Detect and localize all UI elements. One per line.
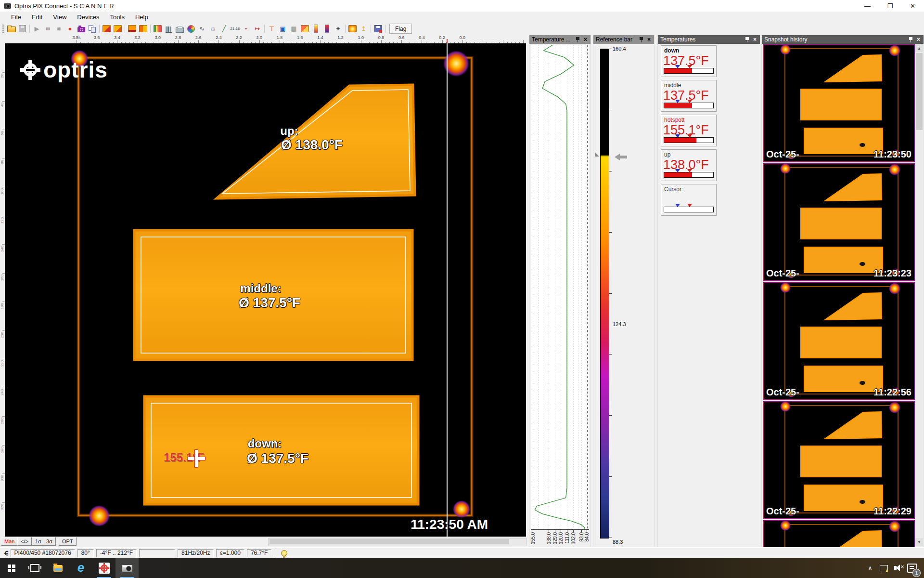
close-panel-icon[interactable]: × — [752, 36, 757, 43]
ruler-cursor-marker — [447, 39, 448, 43]
slope-icon[interactable]: ╱ — [218, 24, 230, 34]
profile-cursor-line[interactable] — [447, 43, 448, 537]
horizontal-scrollbar[interactable] — [268, 538, 527, 546]
expand-view-icon[interactable]: ▣ — [277, 24, 288, 34]
save-report-icon[interactable] — [372, 24, 384, 34]
snapshot-scrollbar[interactable]: ▲ ▼ — [915, 44, 923, 546]
goto-arrow-icon[interactable]: ↦ — [252, 24, 263, 34]
mode-button-3[interactable]: 3σ — [43, 537, 56, 546]
region-middle-value: Ø 137.5°F — [239, 295, 300, 311]
palette-icon[interactable] — [152, 24, 163, 34]
reference-arrow-icon[interactable] — [615, 154, 627, 160]
display-sub-icon[interactable] — [112, 24, 123, 34]
close-panel-icon[interactable]: × — [646, 36, 652, 43]
scanner-window-button[interactable] — [116, 558, 139, 578]
task-view-button[interactable] — [23, 558, 46, 578]
profile-axis-ticks — [531, 529, 589, 532]
device-setup-icon[interactable] — [174, 24, 185, 34]
view-split-icon[interactable] — [138, 24, 149, 34]
reference-min-label: 88.3 — [613, 539, 623, 545]
snapshot-panel-header: Snapshot history × — [762, 35, 924, 44]
temp-card-bar — [664, 68, 714, 74]
flame-icon[interactable] — [347, 24, 358, 34]
device-field-6: 76.7°F — [247, 549, 271, 557]
flag-button[interactable]: Flag — [389, 24, 412, 34]
colorbar-vertical-icon[interactable] — [310, 24, 321, 34]
start-button[interactable] — [0, 558, 23, 578]
tray-chevron-icon[interactable]: ∧ — [863, 558, 877, 578]
device-field-5: ε=1.000 — [216, 549, 244, 557]
pin-icon[interactable] — [909, 37, 913, 42]
export-image-icon[interactable] — [299, 24, 310, 34]
record-icon[interactable]: ● — [64, 24, 76, 34]
menu-devices[interactable]: Devices — [72, 13, 104, 22]
maximize-button[interactable]: ❐ — [879, 0, 901, 12]
toolbar-drag-handle[interactable] — [2, 25, 4, 33]
snapshot-time: 11:22:29 — [873, 506, 911, 517]
pause-icon[interactable]: ▮▮ — [42, 24, 53, 34]
profile-curve-icon[interactable]: ∿ — [196, 24, 207, 34]
pin-icon[interactable] — [639, 37, 643, 42]
menu-help[interactable]: Help — [130, 13, 154, 22]
hotspot-crosshair-icon[interactable] — [188, 450, 205, 467]
thermal-image-canvas[interactable]: optris up: Ø 138.0°F middle: Ø 137.5°F d… — [5, 43, 526, 537]
title-bar: Optris PIX Connect - S C A N N E R — ❐ ✕ — [0, 0, 924, 12]
snapshot-icon[interactable] — [76, 24, 87, 34]
frames-icon[interactable]: ▦ — [288, 24, 299, 34]
reference-range-marker[interactable] — [595, 152, 599, 157]
digits-display-icon[interactable]: 21:18 — [230, 24, 241, 34]
blue-marker-icon — [675, 134, 680, 138]
view-thermal-icon[interactable] — [127, 24, 138, 34]
minimize-button[interactable]: — — [856, 0, 879, 12]
snapshot-thumbnail[interactable]: Oct-25-11:22:56 — [763, 283, 914, 400]
pin-icon[interactable] — [576, 37, 580, 42]
snapshot-time: 11:23:50 — [873, 149, 911, 160]
mode-button-[interactable]: </> — [17, 537, 32, 546]
snapshot-thumbnail[interactable]: Oct-25-11:23:23 — [763, 164, 914, 281]
device-field-2: -4°F .. 212°F — [96, 549, 137, 557]
lamp-indicator-icon[interactable] — [281, 550, 287, 556]
mode-button-opt[interactable]: OPT — [59, 537, 77, 546]
close-button[interactable]: ✕ — [901, 0, 924, 12]
display-main-icon[interactable] — [101, 24, 112, 34]
snapshot-thumbnail[interactable]: Oct-25-11:23:50 — [763, 45, 914, 162]
horizontal-scrollbar-thumb[interactable] — [270, 539, 509, 544]
snapshot-thumbnail[interactable] — [763, 521, 914, 551]
histogram-icon[interactable] — [163, 24, 174, 34]
braces-icon[interactable]: {|} — [207, 24, 218, 34]
snapshot-scrollbar-thumb[interactable] — [916, 53, 923, 130]
pin-icon[interactable] — [745, 37, 749, 42]
action-center-icon[interactable]: 1 — [904, 558, 920, 578]
vertical-ruler: 2040608010012014016018020022024026028030… — [0, 43, 5, 537]
reference-bar-panel: Reference bar × 160.4 124.3 88.3 — [593, 35, 654, 547]
reference-panel-header: Reference bar × — [593, 35, 654, 44]
open-icon[interactable] — [6, 24, 17, 34]
close-panel-icon[interactable]: × — [583, 36, 588, 43]
colorbar-vertical2-icon[interactable] — [321, 24, 333, 34]
colorbar-mini-icon[interactable]: ▪▪ — [241, 24, 252, 34]
optris-pix-connect-button[interactable] — [92, 558, 116, 578]
scale-arrow-icon[interactable]: ↥ — [358, 24, 369, 34]
region-down-label: down: — [248, 437, 282, 450]
save-icon[interactable] — [17, 24, 28, 34]
network-status-icon[interactable] — [877, 558, 890, 578]
tools-extra-icon[interactable]: ✦ — [333, 24, 344, 34]
color-wheel-icon[interactable] — [185, 24, 196, 34]
volume-muted-icon[interactable] — [890, 558, 904, 578]
close-panel-icon[interactable]: × — [916, 36, 921, 43]
internet-explorer-button[interactable]: e — [69, 558, 92, 578]
scroll-up-icon[interactable]: ▲ — [915, 44, 923, 52]
snapshot-thumbnail[interactable]: Oct-25-11:22:29 — [763, 402, 914, 519]
reference-color-bar[interactable] — [600, 49, 609, 539]
menu-file[interactable]: File — [6, 13, 26, 22]
menu-edit[interactable]: Edit — [26, 13, 48, 22]
temp-probe-icon[interactable]: ⊤ — [266, 24, 277, 34]
scroll-down-icon[interactable]: ▼ — [915, 538, 923, 546]
menu-view[interactable]: View — [48, 13, 72, 22]
file-explorer-button[interactable] — [46, 558, 69, 578]
stop-icon[interactable]: ■ — [53, 24, 64, 34]
menu-tools[interactable]: Tools — [105, 13, 130, 22]
mode-button-man[interactable]: Man. — [1, 537, 19, 546]
play-icon[interactable]: ▶ — [31, 24, 42, 34]
copy-icon[interactable] — [87, 24, 98, 34]
